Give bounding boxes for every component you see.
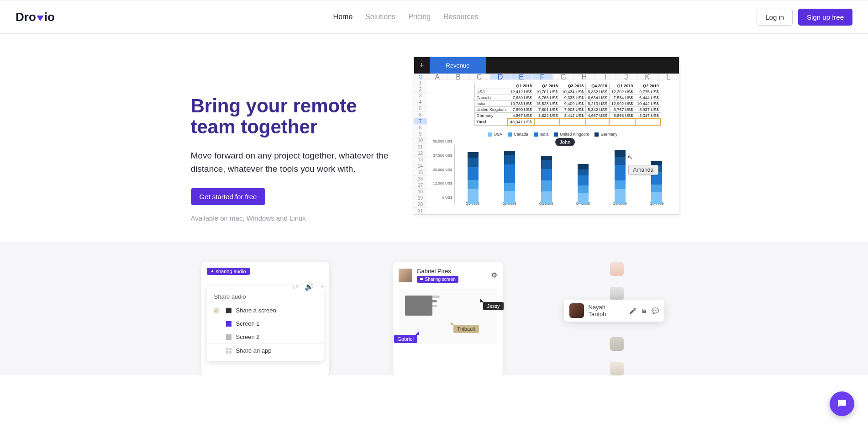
nav-pricing[interactable]: Pricing	[408, 13, 431, 21]
cell: 10,434 US$	[560, 89, 586, 95]
avatar	[399, 269, 412, 282]
bar-segment	[541, 191, 552, 204]
total-cell: 43,341 US$	[508, 119, 534, 125]
bar-segment	[541, 156, 552, 160]
monitor-icon	[226, 308, 231, 313]
col-header: H	[574, 74, 595, 80]
col-header: B	[448, 74, 469, 80]
cell: 7,801 US$	[534, 107, 560, 113]
bar-segment	[468, 158, 479, 167]
row-number: 7	[414, 118, 427, 125]
share-app-item: Share an app	[207, 343, 324, 357]
bar-segment	[578, 185, 589, 193]
bar-segment	[541, 169, 552, 180]
get-started-button[interactable]: Get started for free	[191, 188, 266, 205]
bar-column	[541, 156, 552, 204]
bar-segment	[651, 192, 662, 204]
legend-item: Germany	[594, 132, 617, 137]
row-number: 13	[414, 157, 427, 163]
avatar	[610, 287, 624, 301]
login-button[interactable]: Log in	[757, 9, 793, 26]
bar-segment	[578, 169, 589, 176]
bar-segment	[578, 193, 589, 204]
col-header: C	[469, 74, 490, 80]
bar-segment	[468, 189, 479, 204]
avatar	[569, 303, 584, 318]
legend-swatch	[594, 132, 599, 137]
legend-item: USA	[488, 132, 503, 137]
ytick: 50,000 US$	[430, 139, 452, 143]
avatar	[610, 262, 624, 276]
ytick: 37,500 US$	[430, 153, 452, 158]
avatar	[610, 337, 624, 351]
col-header: J	[616, 74, 637, 80]
row-label: USA	[474, 89, 508, 95]
bar-segment	[578, 175, 589, 185]
bar-segment	[504, 151, 515, 155]
sheet-tabs: + Revenue	[414, 57, 679, 74]
table-header: Q1 2019	[609, 83, 635, 89]
cell: 4,657 US$	[586, 113, 610, 119]
bar-segment	[615, 165, 626, 180]
volume-icon: 🔊	[305, 282, 314, 291]
nav-solutions[interactable]: Solutions	[365, 13, 395, 21]
share-audio-item: Share audio	[207, 290, 324, 304]
row-label: United Kingdom	[474, 107, 508, 113]
table-header	[474, 83, 508, 89]
col-header: G	[553, 74, 574, 80]
row-number: 3	[414, 93, 427, 99]
row-number: 16	[414, 176, 427, 182]
row-label: Canada	[474, 95, 508, 101]
nav-resources[interactable]: Resources	[443, 13, 478, 21]
mic-icon: 🎤	[629, 307, 637, 314]
sharing-screen-badge: Sharing screen	[417, 276, 458, 283]
bar-column	[615, 150, 626, 204]
brand-logo[interactable]: Droio	[16, 10, 55, 24]
table-header: Q2 2019	[635, 83, 661, 89]
share-menu: Share audio Share a screen Screen 1 Scre…	[207, 286, 324, 361]
legend-swatch	[534, 132, 538, 137]
legend-swatch	[488, 132, 492, 137]
row-number: 18	[414, 189, 427, 195]
bar-segment	[541, 180, 552, 191]
cursor-tag-gabriel: Gabriel	[394, 335, 417, 343]
app-grid-icon	[226, 348, 231, 354]
table-row: USA12,412 US$10,701 US$10,434 US$8,832 U…	[474, 89, 661, 95]
row-number: 21	[414, 208, 427, 214]
screen-2-item: Screen 2	[207, 330, 324, 343]
table-row: Canada7,689 US$6,768 US$9,333 US$6,634 U…	[474, 95, 661, 101]
spreadsheet-mock: + Revenue ABCDEFGHIJKL 12345678910111213…	[414, 57, 679, 215]
row-number: 9	[414, 131, 427, 137]
screen-1-item: Screen 1	[207, 317, 324, 330]
shared-doc-mock: Jessy Thibault Gabriel	[399, 289, 497, 344]
bar-segment	[578, 164, 589, 169]
row-number: 8	[414, 125, 427, 131]
row-number: 19	[414, 195, 427, 201]
cell: 5,937 US$	[635, 107, 661, 113]
bar-segment	[615, 189, 626, 204]
cell: 15,528 US$	[534, 101, 560, 107]
row-number: 17	[414, 182, 427, 189]
legend-item: United Kingdom	[554, 132, 589, 137]
bar-segment	[504, 164, 515, 183]
cell: 9,409 US$	[560, 101, 586, 107]
site-header: Droio Home Solutions Pricing Resources L…	[0, 0, 868, 34]
hero-copy: Bring your remote team together Move for…	[119, 57, 395, 222]
row-number: 5	[414, 106, 427, 112]
table-row: India10,783 US$15,528 US$9,409 US$8,213 …	[474, 101, 661, 107]
row-label: Total	[474, 119, 508, 125]
bar-segment	[541, 160, 552, 169]
nav-home[interactable]: Home	[333, 13, 353, 21]
row-number: 6	[414, 112, 427, 118]
cell: 3,317 US$	[635, 113, 661, 119]
table-header: Q1 2018	[508, 83, 534, 89]
cell: 7,903 US$	[560, 107, 586, 113]
platform-note: Available on mac, Windows and Linux	[191, 214, 395, 222]
row-number: 10	[414, 137, 427, 144]
cell: 12,992 US$	[609, 101, 635, 107]
cursor-icon: ↖	[627, 153, 633, 161]
presenter-row: Gabriel Pires Sharing screen ⚙	[399, 268, 497, 283]
signup-button[interactable]: Sign up free	[798, 9, 852, 26]
bar-segment	[651, 185, 662, 192]
bar-segment	[504, 191, 515, 204]
